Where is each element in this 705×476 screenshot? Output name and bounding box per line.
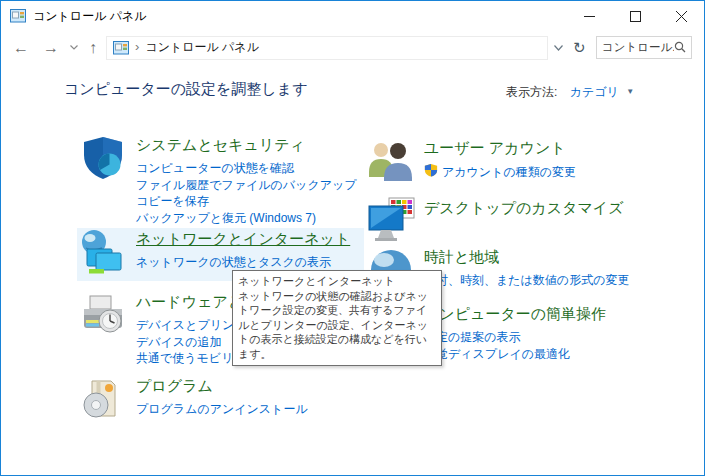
search-icon[interactable]: [674, 39, 686, 57]
search-box[interactable]: コントロール...: [596, 36, 692, 59]
category-desktop-customization: デスクトップのカスタマイズ: [367, 197, 664, 245]
category-link[interactable]: 日付、時刻、または数値の形式の変更: [424, 272, 664, 289]
window-title: コントロール パネル: [33, 8, 147, 25]
breadcrumb-separator-icon: ›: [135, 39, 139, 54]
category-link[interactable]: ネットワークの状態とタスクの表示: [136, 254, 360, 271]
view-by-label: 表示方法:: [506, 85, 557, 99]
titlebar: コントロール パネル: [1, 1, 704, 31]
view-by-control: 表示方法: カテゴリ ▼: [506, 84, 634, 101]
view-by-dropdown-icon[interactable]: ▼: [626, 87, 634, 96]
user-accounts-people-icon[interactable]: [367, 137, 415, 185]
back-button[interactable]: ←: [13, 40, 29, 56]
breadcrumb[interactable]: コントロール パネル: [145, 39, 259, 56]
page-title: コンピューターの設定を調整します: [64, 80, 308, 99]
navigation-toolbar: ← → ↑ › コントロール パネル ↻ コントロール...: [1, 31, 704, 64]
category-title[interactable]: 時計と地域: [424, 248, 499, 267]
window-controls: [566, 1, 704, 31]
up-button[interactable]: ↑: [89, 40, 97, 56]
category-link[interactable]: アカウントの種類の変更: [442, 164, 576, 181]
category-title[interactable]: デスクトップのカスタマイズ: [424, 199, 624, 218]
category-link[interactable]: バックアップと復元 (Windows 7): [136, 210, 360, 227]
recent-pages-chevron-icon[interactable]: [70, 45, 78, 50]
control-panel-window: コントロール パネル ← → ↑: [0, 0, 705, 476]
view-by-value[interactable]: カテゴリ: [570, 85, 619, 99]
category-title[interactable]: ネットワークとインターネット: [136, 230, 350, 249]
refresh-icon[interactable]: ↻: [573, 40, 586, 55]
category-link[interactable]: 設定の提案の表示: [424, 329, 664, 346]
minimize-button[interactable]: [566, 1, 612, 31]
monitor-palette-icon[interactable]: [367, 197, 415, 245]
category-link[interactable]: コンピューターの状態を確認: [136, 160, 360, 177]
category-system-security: システムとセキュリティ コンピューターの状態を確認 ファイル履歴でファイルのバッ…: [79, 134, 360, 226]
forward-button[interactable]: →: [43, 40, 59, 56]
address-dropdown-chevron-icon[interactable]: [554, 45, 563, 51]
tooltip-body: ネットワークの状態の確認およびネットワーク設定の変更、共有するファイルとプリンタ…: [238, 289, 436, 362]
maximize-button[interactable]: [612, 1, 658, 31]
category-title[interactable]: コンピューターの簡単操作: [424, 305, 606, 324]
address-bar[interactable]: › コントロール パネル: [106, 36, 548, 60]
tooltip-title: ネットワークとインターネット: [238, 274, 436, 289]
category-title[interactable]: ユーザー アカウント: [424, 139, 566, 158]
category-link[interactable]: プログラムのアンインストール: [136, 401, 360, 418]
tooltip: ネットワークとインターネット ネットワークの状態の確認およびネットワーク設定の変…: [232, 270, 442, 366]
search-input[interactable]: コントロール...: [602, 40, 674, 55]
control-panel-icon: [10, 8, 26, 24]
category-link[interactable]: 視覚ディスプレイの最適化: [424, 346, 664, 363]
category-link[interactable]: ファイル履歴でファイルのバックアップ コピーを保存: [136, 177, 360, 210]
close-button[interactable]: [658, 1, 704, 31]
network-globe-monitors-icon[interactable]: [79, 228, 127, 276]
category-title[interactable]: プログラム: [136, 377, 213, 396]
shield-security-icon[interactable]: [79, 134, 127, 182]
control-panel-icon: [113, 40, 129, 56]
category-title[interactable]: システムとセキュリティ: [136, 136, 305, 155]
uac-shield-icon: [424, 163, 438, 182]
category-user-accounts: ユーザー アカウント アカウントの種類の変更: [367, 137, 664, 185]
printer-hardware-icon[interactable]: [79, 291, 127, 339]
software-box-cd-icon[interactable]: [79, 375, 127, 423]
category-programs: プログラム プログラムのアンインストール: [79, 375, 360, 423]
